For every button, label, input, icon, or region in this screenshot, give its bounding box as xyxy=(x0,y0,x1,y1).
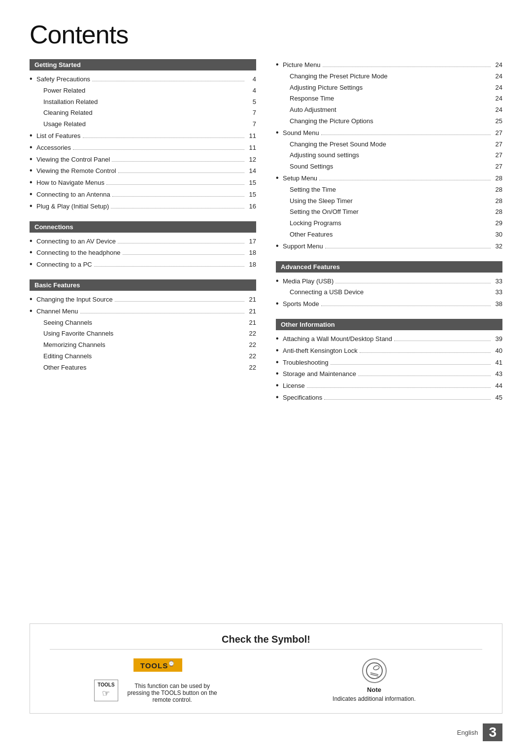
right-column: • Picture Menu 24 Changing the Preset Pi… xyxy=(276,59,502,609)
dots xyxy=(319,180,491,180)
toc-sub-media: Connecting a USB Device 33 xyxy=(276,287,502,298)
bullet-icon: • xyxy=(30,166,36,176)
toc-item-storage: • Storage and Maintenance 43 xyxy=(276,368,502,380)
toc-sub-item: Editing Channels 22 xyxy=(43,351,256,362)
footer: English 3 xyxy=(30,721,502,741)
bullet-icon: • xyxy=(30,154,36,165)
toc-sub-setup: Setting the Time 28 Using the Sleep Time… xyxy=(276,184,502,241)
dots xyxy=(112,161,244,162)
section-header-connections: Connections xyxy=(30,221,256,233)
toc-sub-item: Changing the Preset Picture Mode 24 xyxy=(290,71,502,82)
toc-item-control-panel: • Viewing the Control Panel 12 xyxy=(30,154,256,166)
toc-sub-item: Seeing Channels 21 xyxy=(43,317,256,329)
toc-label: Picture Menu xyxy=(283,60,321,70)
toc-sub-item: Adjusting Picture Settings 24 xyxy=(290,82,502,94)
toc-label: Changing the Input Source xyxy=(36,295,113,305)
page-num: 12 xyxy=(246,155,256,165)
dots xyxy=(111,208,244,208)
page: Contents Getting Started • Safety Precau… xyxy=(0,0,532,756)
dots xyxy=(80,313,244,313)
dots xyxy=(83,137,244,138)
toc-item-specifications: • Specifications 45 xyxy=(276,392,502,404)
svg-point-0 xyxy=(366,663,382,679)
note-icon-area: Note Indicates additional information. xyxy=(332,658,416,702)
bullet-icon: • xyxy=(30,177,36,188)
page-num: 11 xyxy=(246,143,256,153)
left-column: Getting Started • Safety Precautions 4 P… xyxy=(30,59,256,609)
bullet-icon: • xyxy=(30,259,36,270)
toc-item-license: • License 44 xyxy=(276,380,502,392)
note-svg-icon xyxy=(366,662,383,680)
dots xyxy=(325,248,491,248)
bullet-icon: • xyxy=(30,142,36,153)
section-menus: • Picture Menu 24 Changing the Preset Pi… xyxy=(276,59,502,252)
section-getting-started: Getting Started • Safety Precautions 4 P… xyxy=(30,59,256,212)
check-note-area: Note Indicates additional information. xyxy=(266,658,482,703)
toc-label: Storage and Maintenance xyxy=(283,369,356,379)
toc-sub-item: Auto Adjustment 24 xyxy=(290,104,502,116)
dots xyxy=(331,364,491,365)
bullet-icon: • xyxy=(276,392,283,403)
page-num: 16 xyxy=(246,202,256,212)
toc-item-remote-control: • Viewing the Remote Control 14 xyxy=(30,165,256,177)
toc-item-features: • List of Features 11 xyxy=(30,130,256,142)
toc-sub-item: Changing the Picture Options 25 xyxy=(290,116,502,127)
toc-item-av-device: • Connecting to an AV Device 17 xyxy=(30,236,256,247)
bullet-icon: • xyxy=(276,276,283,286)
toc-sub-item: Response Time 24 xyxy=(290,93,502,104)
dots xyxy=(321,306,491,306)
toc-label: Channel Menu xyxy=(36,307,78,317)
toc-item-antenna: • Connecting to an Antenna 15 xyxy=(30,189,256,201)
toc-label: Support Menu xyxy=(283,241,323,252)
toc-item-plug-play: • Plug & Play (Initial Setup) 16 xyxy=(30,201,256,212)
toc-sub-picture: Changing the Preset Picture Mode 24 Adju… xyxy=(276,71,502,127)
toc-item-safety: • Safety Precautions 4 xyxy=(30,73,256,85)
dots xyxy=(94,266,244,267)
dots xyxy=(123,254,244,255)
toc-label: Setup Menu xyxy=(283,173,317,184)
page-num: 24 xyxy=(493,60,502,70)
toc-sub-item: Other Features 22 xyxy=(43,362,256,374)
bullet-icon: • xyxy=(276,357,283,368)
toc-sub-item: Using Favorite Channels 22 xyxy=(43,328,256,340)
toc-label: Connecting to an AV Device xyxy=(36,237,116,247)
toc-item-wall-mount: • Attaching a Wall Mount/Desktop Stand 3… xyxy=(276,333,502,345)
dots xyxy=(324,399,491,400)
toc-label: Accessories xyxy=(36,143,71,153)
check-symbol-body: TOOLS⌚ TOOLS ☞ This function can be used… xyxy=(50,658,482,703)
page-title: Contents xyxy=(30,20,502,49)
page-num: 38 xyxy=(493,299,502,309)
toc-item-picture-menu: • Picture Menu 24 xyxy=(276,59,502,71)
toc-sub-item: Connecting a USB Device 33 xyxy=(290,287,502,298)
dots xyxy=(335,283,491,283)
bullet-icon: • xyxy=(276,345,283,356)
toc-label: Anti-theft Kensington Lock xyxy=(283,346,358,356)
bullet-icon: • xyxy=(276,241,283,251)
bullet-icon: • xyxy=(276,369,283,379)
toc-label: Attaching a Wall Mount/Desktop Stand xyxy=(283,334,392,344)
toc-label: Viewing the Control Panel xyxy=(36,155,110,165)
bullet-icon: • xyxy=(276,173,283,183)
toc-item-media-play: • Media Play (USB) 33 xyxy=(276,275,502,287)
toc-label: Troubleshooting xyxy=(283,358,329,368)
bullet-icon: • xyxy=(276,334,283,344)
toc-sub-channel: Seeing Channels 21 Using Favorite Channe… xyxy=(30,317,256,374)
toc-sub-item: Usage Related 7 xyxy=(43,119,256,130)
toc-sub-item: Sound Settings 27 xyxy=(290,161,502,172)
toc-sub-item: Setting the On/Off Timer 28 xyxy=(290,206,502,218)
toc-sub-safety: Power Related 4 Installation Related 5 C… xyxy=(30,85,256,130)
bullet-icon: • xyxy=(276,299,283,309)
bullet-icon: • xyxy=(30,247,36,258)
page-num: 14 xyxy=(246,166,256,176)
toc-label: Connecting to an Antenna xyxy=(36,190,110,200)
page-num: 11 xyxy=(246,131,256,141)
tools-button: TOOLS ☞ xyxy=(94,680,118,701)
toc-sub-item: Power Related 4 xyxy=(43,85,256,97)
toc-label: Specifications xyxy=(283,393,322,403)
toc-label: Connecting to a PC xyxy=(36,260,92,270)
page-num: 21 xyxy=(246,307,256,317)
bullet-icon: • xyxy=(30,189,36,200)
dots xyxy=(323,67,491,67)
bullet-icon: • xyxy=(30,131,36,141)
toc-item-kensington: • Anti-theft Kensington Lock 40 xyxy=(276,345,502,357)
